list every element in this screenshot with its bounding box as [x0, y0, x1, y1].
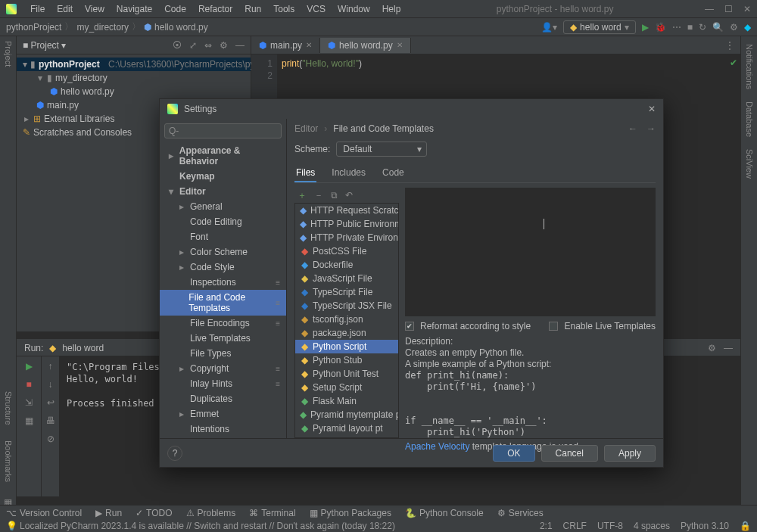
template-python-script[interactable]: ◆Python Script	[295, 340, 398, 353]
bottom-tool-problems[interactable]: ⚠Problems	[186, 508, 236, 518]
stop-icon[interactable]: ■	[687, 22, 693, 33]
close-icon[interactable]: ✕	[743, 4, 751, 14]
subtab-files[interactable]: Files	[294, 164, 316, 182]
menu-edit[interactable]: Edit	[52, 2, 77, 16]
layout-icon[interactable]: ▦	[25, 415, 33, 426]
run-settings-icon[interactable]: ⚙	[708, 343, 716, 353]
settings-nav-appearance-behavior[interactable]: ▸Appearance & Behavior	[160, 143, 286, 169]
revert-template-icon[interactable]: ↶	[345, 190, 353, 201]
menu-file[interactable]: File	[26, 2, 49, 16]
bottom-tool-python-console[interactable]: 🐍Python Console	[405, 508, 484, 518]
maximize-icon[interactable]: ☐	[724, 4, 733, 14]
settings-nav-general[interactable]: ▸General	[160, 199, 286, 214]
stop-run-icon[interactable]: ■	[26, 379, 31, 390]
template-tsconfig-json[interactable]: ◆tsconfig.json	[295, 313, 398, 326]
user-icon[interactable]: 👤▾	[541, 22, 557, 33]
nav-back-icon[interactable]: ←	[628, 123, 637, 134]
menu-view[interactable]: View	[80, 2, 109, 16]
subtab-includes[interactable]: Includes	[330, 164, 367, 182]
down-icon[interactable]: ↓	[48, 379, 53, 390]
nav-forward-icon[interactable]: →	[646, 123, 656, 134]
menu-run[interactable]: Run	[240, 2, 266, 16]
subtab-code[interactable]: Code	[381, 164, 406, 182]
status-separator[interactable]: CRLF	[563, 521, 587, 531]
template-python-unit-test[interactable]: ◆Python Unit Test	[295, 367, 398, 381]
wrap-icon[interactable]: ↩	[47, 397, 55, 408]
trash-icon[interactable]: ⊘	[47, 434, 55, 444]
template-http-request-scratch[interactable]: ◆HTTP Request Scratch	[295, 204, 398, 217]
coverage-icon[interactable]: ⋯	[672, 22, 681, 33]
search-icon[interactable]: 🔍	[712, 22, 724, 33]
settings-nav-inspections[interactable]: Inspections≡	[160, 275, 286, 290]
reformat-checkbox[interactable]: ✔	[405, 322, 414, 331]
status-interpreter[interactable]: Python 3.10	[681, 521, 729, 531]
collapse-icon[interactable]: ⇔	[204, 40, 212, 51]
ok-button[interactable]: OK	[493, 445, 534, 462]
bottom-tool-terminal[interactable]: ⌘Terminal	[249, 508, 295, 518]
apply-button[interactable]: Apply	[604, 445, 656, 462]
settings-nav-file-types[interactable]: File Types	[160, 346, 286, 361]
status-encoding[interactable]: UTF-8	[597, 521, 623, 531]
gear-icon[interactable]: ⚙	[220, 40, 228, 51]
tool-bookmarks[interactable]: Bookmarks	[4, 440, 13, 482]
up-icon[interactable]: ↑	[48, 361, 53, 372]
tab-main[interactable]: ⬢main.py✕	[251, 38, 320, 53]
run-icon[interactable]: ▶	[642, 22, 649, 33]
status-bulb-icon[interactable]: 💡	[6, 521, 17, 531]
print-icon[interactable]: 🖶	[46, 415, 55, 426]
template-setup-script[interactable]: ◆Setup Script	[295, 381, 398, 394]
settings-nav-code-style[interactable]: ▸Code Style	[160, 260, 286, 275]
project-root[interactable]: ▾▮ pythonProject C:\Users\13600\PycharmP…	[17, 58, 251, 71]
target-icon[interactable]: ⦿	[173, 40, 182, 51]
template-list[interactable]: ◆HTTP Request Scratch◆HTTP Public Enviro…	[294, 203, 399, 438]
run-hide-icon[interactable]: —	[724, 343, 733, 353]
menu-help[interactable]: Help	[378, 2, 406, 16]
settings-nav-duplicates[interactable]: Duplicates	[160, 391, 286, 406]
template-dockerfile[interactable]: ◆Dockerfile	[295, 258, 398, 272]
bottom-tool-version-control[interactable]: ⌥Version Control	[6, 508, 82, 518]
settings-nav-font[interactable]: Font	[160, 229, 286, 244]
settings-nav-file-encodings[interactable]: File Encodings≡	[160, 316, 286, 331]
git-icon[interactable]: ↻	[699, 22, 706, 33]
template-typescript-file[interactable]: ◆TypeScript File	[295, 285, 398, 299]
bottom-tool-todo[interactable]: ✓TODO	[136, 508, 172, 518]
settings-nav-intentions[interactable]: Intentions	[160, 422, 286, 437]
crumb-file[interactable]: hello word.py	[154, 22, 208, 33]
menu-refactor[interactable]: Refactor	[194, 2, 237, 16]
tool-notifications[interactable]: Notifications	[745, 44, 754, 89]
settings-nav-editor[interactable]: ▾Editor	[160, 184, 286, 199]
rerun-icon[interactable]: ▶	[26, 361, 33, 372]
template-postcss-file[interactable]: ◆PostCSS File	[295, 244, 398, 258]
settings-nav-file-and-code-templates[interactable]: File and Code Templates≡	[160, 290, 286, 316]
tool-database[interactable]: Database	[745, 101, 754, 137]
tab-close-icon[interactable]: ✕	[397, 41, 403, 49]
template-pyramid-mytemplate-pt[interactable]: ◆Pyramid mytemplate pt	[295, 408, 398, 422]
settings-search[interactable]: Q-	[164, 123, 282, 138]
template-pyramid-layout-pt[interactable]: ◆Pyramid layout pt	[295, 422, 398, 435]
template-package-json[interactable]: ◆package.json	[295, 326, 398, 340]
settings-nav-emmet[interactable]: ▸Emmet	[160, 406, 286, 422]
expand-icon[interactable]: ⤢	[189, 40, 197, 51]
debug-icon[interactable]: 🐞	[655, 22, 666, 33]
exit-icon[interactable]: ⇲	[25, 397, 33, 408]
hide-icon[interactable]: —	[235, 40, 245, 51]
settings-nav-keymap[interactable]: Keymap	[160, 169, 286, 184]
menu-tools[interactable]: Tools	[269, 2, 299, 16]
inspection-ok-icon[interactable]: ✔	[730, 58, 737, 68]
tab-close-icon[interactable]: ✕	[306, 41, 312, 49]
status-indent[interactable]: 4 spaces	[634, 521, 670, 531]
settings-nav-inlay-hints[interactable]: Inlay Hints≡	[160, 376, 286, 391]
help-icon[interactable]: ?	[167, 446, 182, 461]
settings-crumb-root[interactable]: Editor	[294, 123, 318, 134]
bottom-tool-services[interactable]: ⚙Services	[497, 508, 544, 518]
settings-nav-color-scheme[interactable]: ▸Color Scheme	[160, 244, 286, 260]
add-template-icon[interactable]: ＋	[298, 189, 307, 202]
tab-hello[interactable]: ⬢hello word.py✕	[320, 38, 411, 53]
settings-icon[interactable]: ⚙	[730, 22, 738, 33]
bottom-tool-python-packages[interactable]: ▦Python Packages	[310, 508, 391, 518]
tree-file[interactable]: ⬢hello word.py	[17, 85, 251, 98]
status-lock-icon[interactable]: 🔒	[740, 521, 751, 531]
settings-nav-copyright[interactable]: ▸Copyright≡	[160, 361, 286, 376]
template-http-public-environment-file[interactable]: ◆HTTP Public Environment File	[295, 217, 398, 231]
settings-nav-code-editing[interactable]: Code Editing	[160, 214, 286, 229]
